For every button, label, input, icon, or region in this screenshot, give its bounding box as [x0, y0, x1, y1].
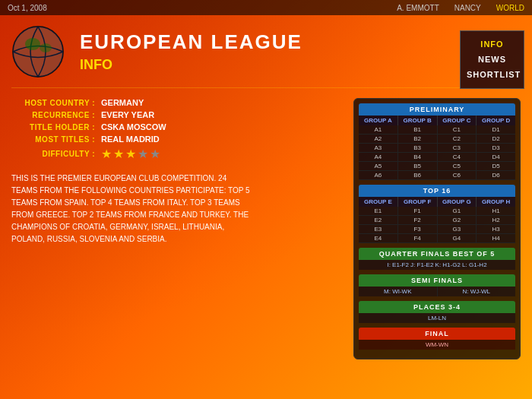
semi-row: M: WI-WK N: WJ-WL [359, 287, 515, 296]
final-info: WM-WN [359, 340, 515, 350]
most-titles-label: MOST TITLES : [11, 135, 95, 144]
group-c-header: GROUP C [438, 116, 477, 125]
top16-section: TOP 16 GROUP E GROUP F GROUP G GROUP H E… [359, 185, 515, 243]
host-country-value: GERMANY [101, 98, 144, 107]
preliminary-header: PRELIMINARY [359, 103, 515, 116]
group-e-header: GROUP E [359, 197, 398, 207]
news-tab[interactable]: NEWS [467, 52, 518, 68]
top16-rows: E1 F1 G1 H1 E2 F2 G2 H2 E3 [359, 207, 515, 243]
group-f-header: GROUP F [398, 197, 438, 207]
difficulty-label: DIFFICULTY : [11, 150, 95, 158]
info-tab[interactable]: INFO [467, 37, 518, 52]
prelim-rows: A1 B1 C1 D1 A2 B2 C2 D2 A3 [359, 125, 515, 180]
recurrence-value: EVERY YEAR [101, 110, 154, 119]
final-header: FINAL [359, 328, 515, 340]
svg-point-2 [13, 27, 63, 77]
star-3: ★ [125, 147, 136, 161]
svg-point-4 [40, 43, 52, 52]
top-bar: Oct 1, 2008 A. EMMOTT NANCY WORLD [0, 0, 532, 15]
description-text: THIS IS THE PREMIER EUROPEAN CLUB COMPET… [11, 173, 255, 245]
star-1: ★ [101, 147, 112, 161]
shortlist-tab[interactable]: SHORTLIST [467, 68, 518, 83]
tournament-bracket: PRELIMINARY GROUP A GROUP B GROUP C GROU… [353, 98, 521, 359]
prelim-group-headers: GROUP A GROUP B GROUP C GROUP D [359, 116, 515, 125]
divider [11, 87, 521, 88]
top16-group-headers: GROUP E GROUP F GROUP G GROUP H [359, 197, 515, 207]
places-section: PLACES 3-4 LM-LN [359, 301, 515, 323]
date-label: Oct 1, 2008 [8, 4, 47, 12]
star-2: ★ [113, 147, 124, 161]
top16-row-2: E2 F2 G2 H2 [359, 216, 515, 225]
difficulty-row: DIFFICULTY : ★ ★ ★ ★ ★ [11, 147, 342, 161]
group-d-header: GROUP D [477, 116, 515, 125]
recurrence-row: RECURRENCE : EVERY YEAR [11, 110, 342, 119]
final-section: FINAL WM-WN [359, 328, 515, 350]
quarter-header: QUARTER FINALS BEST OF 5 [359, 248, 515, 260]
star-5: ★ [150, 147, 160, 161]
left-panel: HOST COUNTRY : GERMANY RECURRENCE : EVER… [11, 98, 342, 359]
quarter-section: QUARTER FINALS BEST OF 5 I: E1-F2 J: F1-… [359, 248, 515, 270]
info-panel: INFO NEWS SHORTLIST [460, 30, 524, 89]
places-header: PLACES 3-4 [359, 301, 515, 313]
prelim-row-1: A1 B1 C1 D1 [359, 125, 515, 135]
right-panel: PRELIMINARY GROUP A GROUP B GROUP C GROU… [353, 98, 521, 359]
difficulty-stars: ★ ★ ★ ★ ★ [101, 147, 160, 161]
group-g-header: GROUP G [438, 197, 477, 207]
league-title-area: EUROPEAN LEAGUE INFO [80, 30, 521, 73]
most-titles-value: REAL MADRID [101, 135, 160, 144]
top16-header: TOP 16 [359, 185, 515, 197]
top16-row-3: E3 F3 G3 H3 [359, 225, 515, 234]
top16-row-1: E1 F1 G1 H1 [359, 207, 515, 216]
quarter-info: I: E1-F2 J: F1-E2 K: H1-G2 L: G1-H2 [359, 260, 515, 270]
semi-cell-n: N: WJ-WL [438, 287, 516, 296]
preliminary-section: PRELIMINARY GROUP A GROUP B GROUP C GROU… [359, 103, 515, 180]
title-holder-value: CSKA MOSCOW [101, 122, 166, 131]
league-title: EUROPEAN LEAGUE [80, 30, 521, 54]
main-content: HOST COUNTRY : GERMANY RECURRENCE : EVER… [0, 94, 532, 363]
stats-table: HOST COUNTRY : GERMANY RECURRENCE : EVER… [11, 98, 342, 161]
nav-emmott[interactable]: A. EMMOTT [397, 4, 439, 12]
section-subtitle: INFO [80, 57, 521, 73]
group-b-header: GROUP B [398, 116, 438, 125]
prelim-row-4: A4 B4 C4 D4 [359, 153, 515, 162]
title-holder-label: TITLE HOLDER : [11, 123, 95, 131]
recurrence-label: RECURRENCE : [11, 111, 95, 119]
prelim-row-3: A3 B3 C3 D3 [359, 144, 515, 153]
header: EUROPEAN LEAGUE INFO INFO NEWS SHORTLIST [0, 15, 532, 87]
group-h-header: GROUP H [477, 197, 515, 207]
prelim-row-6: A6 B6 C6 D6 [359, 171, 515, 180]
top16-row-4: E4 F4 G4 H4 [359, 234, 515, 243]
title-holder-row: TITLE HOLDER : CSKA MOSCOW [11, 122, 342, 131]
basketball-logo [11, 25, 65, 78]
host-country-row: HOST COUNTRY : GERMANY [11, 98, 342, 107]
star-4: ★ [138, 147, 148, 161]
places-info: LM-LN [359, 313, 515, 323]
group-a-header: GROUP A [359, 116, 398, 125]
semi-cell-m: M: WI-WK [359, 287, 438, 296]
svg-point-3 [25, 38, 40, 50]
host-country-label: HOST COUNTRY : [11, 99, 95, 107]
nav-nancy[interactable]: NANCY [454, 4, 481, 12]
semi-section: SEMI FINALS M: WI-WK N: WJ-WL [359, 274, 515, 296]
nav-world[interactable]: WORLD [496, 4, 524, 12]
semi-header: SEMI FINALS [359, 274, 515, 287]
most-titles-row: MOST TITLES : REAL MADRID [11, 135, 342, 144]
prelim-row-5: A5 B5 C5 D5 [359, 162, 515, 171]
prelim-row-2: A2 B2 C2 D2 [359, 135, 515, 144]
